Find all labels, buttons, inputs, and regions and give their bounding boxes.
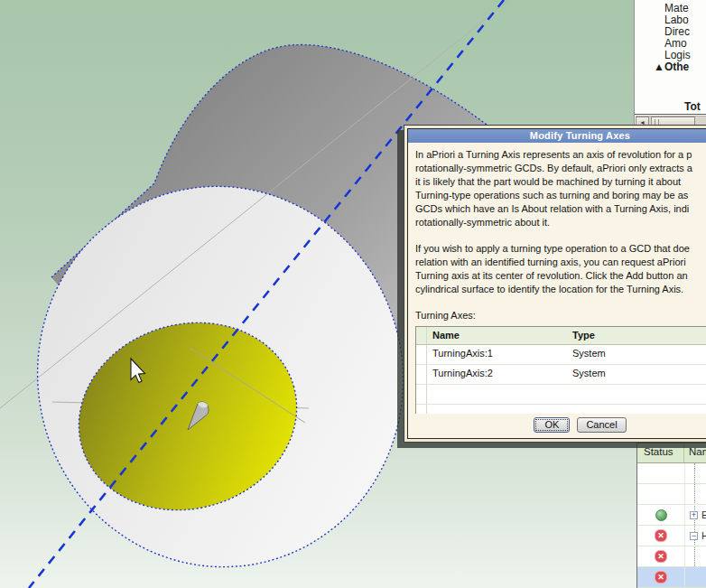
table-row[interactable]: TurningAxis:2 System [416,365,706,385]
name-column-header[interactable]: Name [427,327,567,344]
status-cell [637,505,685,525]
dialog-body: In aPriori a Turning Axis represents an … [408,143,706,414]
tree-node-label: H [701,530,706,541]
dialog-titlebar[interactable]: Modify Turning Axes [408,129,706,143]
panel-divider [635,114,706,115]
status-cell: ✕ [637,526,685,546]
intro-paragraph: In aPriori a Turning Axis represents an … [415,148,706,229]
type-column-header[interactable]: Type [567,327,706,344]
request-line: Turning axis at its center of revolution… [415,269,706,283]
status-table-header: Status Name [637,443,706,463]
axis-name-cell: TurningAxis:1 [427,345,567,364]
request-line: cylindrical surface to identify the loca… [415,283,706,296]
status-ok-icon [655,509,667,521]
table-row[interactable]: TurningAxis:1 System [416,345,706,365]
turning-axes-table: Name Type TurningAxis:1 System TurningAx… [415,326,706,414]
tree-collapse-icon[interactable]: − [690,532,698,540]
cost-row-amortized: Amo [664,37,687,50]
dialog-title: Modify Turning Axes [530,130,630,141]
axis-type-cell: System [567,345,706,364]
row-selector-gutter[interactable] [416,405,427,414]
table-row[interactable]: ✕ [637,546,706,567]
modify-turning-axes-dialog: Modify Turning Axes In aPriori a Turning… [404,125,706,443]
table-row[interactable] [416,385,706,405]
name-column-header[interactable]: Name [684,443,706,462]
cost-row-direct: Direc [664,25,690,38]
status-error-icon: ✕ [655,571,667,583]
status-cell: ✕ [637,546,685,566]
status-column-header[interactable]: Status [637,443,684,462]
cost-row-logistics: Logis [664,49,691,61]
row-selector-gutter[interactable] [416,385,427,404]
row-selector-gutter [416,327,427,344]
intro-line: rotationally-symmetric about it. [415,216,706,229]
status-error-icon: ✕ [655,550,667,563]
status-cell [637,463,685,483]
cost-row-labor: Labo [664,14,689,26]
row-selector-gutter[interactable] [416,365,427,384]
table-row-selected[interactable]: ✕ [637,567,706,588]
request-line: If you wish to apply a turning type oper… [415,242,706,256]
table-row[interactable]: ✕ − H [637,526,706,546]
gcd-status-table: Status Name + E ✕ − H ✕ ✕ [636,443,706,588]
request-line: relation with an identified turning axis… [415,256,706,269]
intro-line: rotationally-symmetric GCDs. By default,… [415,162,706,175]
intro-line: Turning-type operations such as turning … [415,189,706,202]
cancel-button[interactable]: Cancel [577,417,626,433]
axes-table-header: Name Type [416,327,706,345]
status-cell [637,484,685,504]
dialog-button-row: OK Cancel [408,414,706,438]
table-row[interactable] [637,463,706,484]
turning-axes-label: Turning Axes: [415,309,706,322]
axis-type-cell [567,405,706,414]
ok-button[interactable]: OK [534,417,570,433]
table-row[interactable]: + E [637,505,706,526]
status-cell: ✕ [637,567,685,587]
axis-type-cell: System [567,365,706,384]
cost-section-other[interactable]: ▲Othe [654,61,689,73]
cost-row-material: Mate [664,2,689,14]
axis-name-cell [427,405,567,414]
axis-name-cell: TurningAxis:2 [427,365,567,384]
status-error-icon: ✕ [655,529,667,542]
table-row[interactable] [637,484,706,505]
row-selector-gutter[interactable] [416,345,427,364]
intro-line: GCDs which have an Is About relation wit… [415,202,706,216]
table-row[interactable] [416,405,706,414]
intro-line: it is likely that the part would be mach… [415,175,706,189]
request-paragraph: If you wish to apply a turning type oper… [415,242,706,296]
tree-expand-icon[interactable]: + [690,511,698,519]
cost-row-total: Tot [684,100,701,113]
axis-type-cell [567,385,706,404]
collapse-arrow-icon: ▲ [654,61,664,73]
axis-name-cell [427,385,567,404]
tree-node-label: E [701,509,706,520]
cost-section-other-label: Othe [664,61,689,73]
intro-line: In aPriori a Turning Axis represents an … [415,148,706,162]
